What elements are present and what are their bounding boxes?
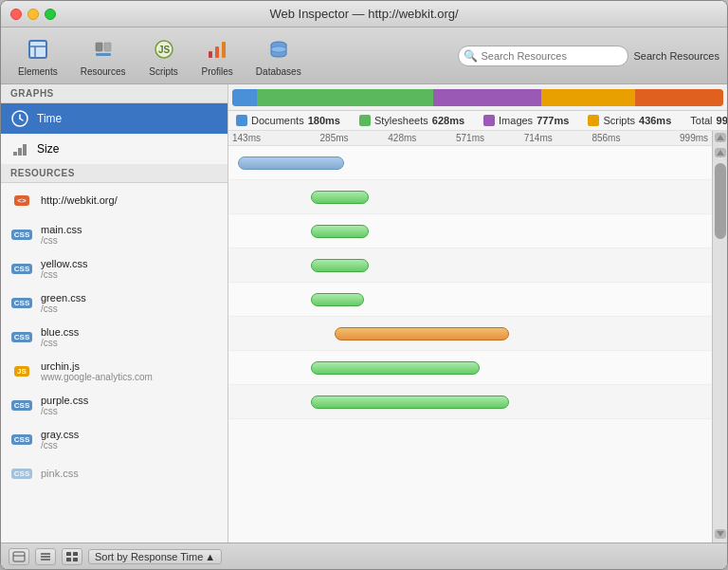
scroll-down-btn[interactable] [715,529,726,539]
resource-name: main.css [41,224,82,235]
summary-documents [232,89,257,106]
scripts-icon: JS [149,34,179,64]
svg-rect-16 [13,152,17,156]
elements-label: Elements [18,66,58,77]
resource-main-css[interactable]: CSS main.css /css [1,217,228,251]
bar-webkit [238,156,344,170]
resource-type: /css [41,235,82,246]
titlebar: Web Inspector — http://webkit.org/ [1,1,727,28]
resource-urchin-js[interactable]: JS urchin.js www.google-analytics.com [1,354,228,388]
search-input[interactable] [458,46,628,66]
scripts-swatch [588,115,599,126]
legend-row: Documents 180ms Stylesheets 628ms Images… [228,111,727,131]
toolbar-databases-button[interactable]: Databases [246,30,311,81]
sort-arrow: ▲ [205,551,215,562]
toolbar-profiles-button[interactable]: Profiles [192,30,243,81]
resources-list: <> http://webkit.org/ CSS main.css /css [1,183,228,542]
scale-container: 143ms 285ms 428ms 571ms 714ms 856ms 999m… [228,131,727,146]
minimize-button[interactable] [27,9,39,20]
scroll-up-arrow[interactable] [715,133,726,142]
legend-total: Total 999ms [690,115,727,126]
css-badge: CSS [11,264,32,274]
js-badge: JS [14,366,29,377]
stylesheets-label: Stylesheets [374,115,428,126]
bar-urchin-js [335,327,509,340]
resource-type: www.google-analytics.com [41,372,153,382]
window: Web Inspector — http://webkit.org/ Eleme… [0,0,728,570]
css-badge: CSS [11,298,32,308]
grid-view-button[interactable] [62,548,82,565]
svg-point-12 [271,46,286,52]
resource-info: urchin.js www.google-analytics.com [41,360,153,382]
toolbar-scripts-button[interactable]: JS Scripts [139,30,189,81]
resource-webkit[interactable]: <> http://webkit.org/ [1,183,228,217]
resource-green-css[interactable]: CSS green.css /css [1,285,228,320]
timeline-row-7 [228,385,712,419]
scroll-up-btn[interactable] [715,148,726,157]
time-label: Time [37,112,62,125]
sort-dropdown[interactable]: Sort by Response Time ▲ [88,549,222,564]
total-value: 999ms [717,115,727,126]
size-icon [10,139,29,158]
toolbar-resources-button[interactable]: Resources [71,30,136,81]
timeline-row-6 [228,351,712,385]
sidebar-item-time[interactable]: Time [1,103,228,134]
legend-stylesheets: Stylesheets 628ms [359,115,464,126]
resource-info: main.css /css [41,224,82,246]
timeline-row-4 [228,283,712,317]
resource-name: http://webkit.org/ [41,194,118,206]
resource-type: /css [41,440,79,450]
svg-rect-27 [66,552,71,556]
js-icon: JS [10,361,33,380]
legend-scripts: Scripts 436ms [588,115,671,126]
sidebar-item-size[interactable]: Size [1,134,228,164]
documents-swatch [236,115,247,126]
svg-rect-22 [13,552,25,561]
timeline-row-3 [228,248,712,283]
resource-yellow-css[interactable]: CSS yellow.css /css [1,251,228,285]
svg-rect-10 [222,42,226,58]
list-view-button[interactable] [35,548,56,565]
resource-type: /css [41,406,88,416]
svg-rect-17 [18,148,22,156]
scale-tick-4: 714ms [504,133,573,143]
images-value: 777ms [537,115,569,126]
scripts-label: Scripts [149,66,178,77]
graphs-section-header: GRAPHS [1,84,228,103]
sort-label: Sort by Response Time [95,551,203,562]
legend-documents: Documents 180ms [236,115,340,126]
toolbar: Elements Resources JS Scripts [1,28,727,84]
bar-main-css [311,191,369,204]
resource-name: gray.css [41,429,79,440]
resource-blue-css[interactable]: CSS blue.css /css [1,320,228,354]
images-label: Images [499,115,533,126]
resource-pink-css[interactable]: CSS pink.css [1,456,228,490]
scale-tick-2: 428ms [368,133,436,143]
resource-purple-css[interactable]: CSS purple.css /css [1,388,228,422]
search-icon: 🔍 [464,49,478,63]
toolbar-elements-button[interactable]: Elements [9,30,67,81]
close-button[interactable] [10,9,22,20]
scrollbar[interactable] [712,146,727,542]
split-view-button[interactable] [9,548,29,565]
svg-rect-29 [66,558,71,561]
css-badge: CSS [11,230,32,240]
resources-icon [88,34,118,64]
scrollbar-thumb[interactable] [715,163,726,239]
timeline-area: Documents 180ms Stylesheets 628ms Images… [228,84,727,542]
scale-tick-1: 285ms [300,133,369,143]
zoom-button[interactable] [45,9,56,20]
resource-gray-css[interactable]: CSS gray.css /css [1,422,228,456]
bar-blue-css [311,293,364,306]
resource-info: gray.css /css [41,429,79,450]
svg-line-15 [20,119,23,120]
bar-gray-css [311,395,509,409]
css-icon-green: CSS [10,293,33,312]
scale-tick-3: 571ms [436,133,504,143]
svg-rect-18 [23,144,27,156]
css-icon-pink: CSS [10,464,33,483]
css-badge: CSS [11,400,32,411]
profiles-icon [202,34,232,64]
bottom-bar: Sort by Response Time ▲ [1,542,727,569]
legend-images: Images 777ms [483,115,569,126]
